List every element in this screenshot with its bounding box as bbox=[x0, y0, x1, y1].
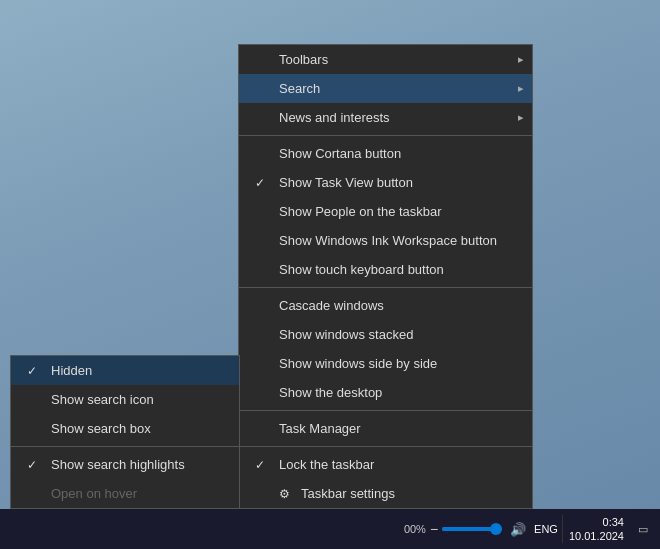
taskbar-volume-area[interactable]: 00% − bbox=[404, 521, 502, 537]
arrow-toolbars: ▸ bbox=[518, 53, 524, 66]
menu-item-news[interactable]: News and interests ▸ bbox=[239, 103, 532, 132]
menu-item-desktop[interactable]: Show the desktop bbox=[239, 378, 532, 407]
volume-slider-track[interactable] bbox=[442, 527, 502, 531]
taskbar-date-value: 10.01.2024 bbox=[569, 529, 624, 543]
volume-minus-icon[interactable]: − bbox=[430, 521, 438, 537]
separator-after-desktop bbox=[239, 410, 532, 411]
label-ink: Show Windows Ink Workspace button bbox=[279, 233, 497, 248]
label-settings: Taskbar settings bbox=[301, 486, 395, 501]
menu-item-stacked[interactable]: Show windows stacked bbox=[239, 320, 532, 349]
label-sidebyside: Show windows side by side bbox=[279, 356, 437, 371]
search-submenu: ✓ Hidden Show search icon Show search bo… bbox=[10, 355, 240, 509]
menu-item-taskview[interactable]: ✓ Show Task View button bbox=[239, 168, 532, 197]
volume-slider-thumb[interactable] bbox=[490, 523, 502, 535]
menu-item-settings[interactable]: ⚙ Taskbar settings bbox=[239, 479, 532, 508]
separator-after-touch bbox=[239, 287, 532, 288]
separator-after-taskmanager bbox=[239, 446, 532, 447]
label-search: Search bbox=[279, 81, 320, 96]
menu-item-hidden[interactable]: ✓ Hidden bbox=[11, 356, 239, 385]
check-taskview: ✓ bbox=[255, 176, 271, 190]
show-desktop-button[interactable]: ▭ bbox=[634, 523, 652, 536]
submenu-separator-1 bbox=[11, 446, 239, 447]
menu-item-people[interactable]: Show People on the taskbar bbox=[239, 197, 532, 226]
label-desktop: Show the desktop bbox=[279, 385, 382, 400]
menu-item-cascade[interactable]: Cascade windows bbox=[239, 291, 532, 320]
label-hidden: Hidden bbox=[51, 363, 92, 378]
menu-item-toolbars[interactable]: Toolbars ▸ bbox=[239, 45, 532, 74]
check-lock: ✓ bbox=[255, 458, 271, 472]
taskbar-lang-label[interactable]: ENG bbox=[534, 523, 558, 535]
label-news: News and interests bbox=[279, 110, 390, 125]
taskbar-clock[interactable]: 0:34 10.01.2024 bbox=[562, 515, 630, 544]
label-highlights: Show search highlights bbox=[51, 457, 185, 472]
check-hidden: ✓ bbox=[27, 364, 43, 378]
separator-after-news bbox=[239, 135, 532, 136]
menu-item-cortana[interactable]: Show Cortana button bbox=[239, 139, 532, 168]
menu-item-open-hover[interactable]: Open on hover bbox=[11, 479, 239, 508]
label-toolbars: Toolbars bbox=[279, 52, 328, 67]
gear-icon: ⚙ bbox=[279, 487, 293, 501]
arrow-search: ▸ bbox=[518, 82, 524, 95]
taskbar-right-area: 00% − 🔊 ENG 0:34 10.01.2024 ▭ bbox=[404, 515, 652, 544]
volume-percent-label: 00% bbox=[404, 523, 426, 535]
label-stacked: Show windows stacked bbox=[279, 327, 413, 342]
label-taskmanager: Task Manager bbox=[279, 421, 361, 436]
menu-item-sidebyside[interactable]: Show windows side by side bbox=[239, 349, 532, 378]
label-search-icon: Show search icon bbox=[51, 392, 154, 407]
label-cortana: Show Cortana button bbox=[279, 146, 401, 161]
menu-item-touch[interactable]: Show touch keyboard button bbox=[239, 255, 532, 284]
menu-item-show-search-icon[interactable]: Show search icon bbox=[11, 385, 239, 414]
menu-item-ink[interactable]: Show Windows Ink Workspace button bbox=[239, 226, 532, 255]
menu-item-show-search-box[interactable]: Show search box bbox=[11, 414, 239, 443]
menu-item-show-highlights[interactable]: ✓ Show search highlights bbox=[11, 450, 239, 479]
label-cascade: Cascade windows bbox=[279, 298, 384, 313]
taskbar-time-value: 0:34 bbox=[569, 515, 624, 529]
label-lock: Lock the taskbar bbox=[279, 457, 374, 472]
menu-item-taskmanager[interactable]: Task Manager bbox=[239, 414, 532, 443]
taskbar: 00% − 🔊 ENG 0:34 10.01.2024 ▭ bbox=[0, 509, 660, 549]
speaker-icon[interactable]: 🔊 bbox=[510, 522, 526, 537]
main-context-menu: Toolbars ▸ Search ▸ News and interests ▸… bbox=[238, 44, 533, 509]
check-highlights: ✓ bbox=[27, 458, 43, 472]
menu-item-lock[interactable]: ✓ Lock the taskbar bbox=[239, 450, 532, 479]
arrow-news: ▸ bbox=[518, 111, 524, 124]
menu-item-search[interactable]: Search ▸ bbox=[239, 74, 532, 103]
label-touch: Show touch keyboard button bbox=[279, 262, 444, 277]
label-open-hover: Open on hover bbox=[51, 486, 137, 501]
label-search-box: Show search box bbox=[51, 421, 151, 436]
label-people: Show People on the taskbar bbox=[279, 204, 442, 219]
label-taskview: Show Task View button bbox=[279, 175, 413, 190]
